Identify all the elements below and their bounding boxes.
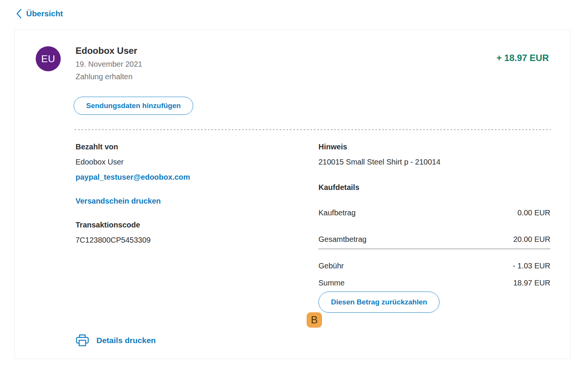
transaction-date: 19. November 2021	[76, 60, 142, 69]
amount-row-summe: Summe 18.97 EUR	[318, 278, 550, 288]
counterparty-name: Edoobox User	[76, 45, 142, 56]
row-value: - 1.03 EUR	[513, 261, 550, 271]
amount-row-kaufbetrag: Kaufbetrag 0.00 EUR	[318, 208, 550, 218]
annotation-badge-b: B	[307, 312, 322, 328]
transaction-code-title: Transaktionscode	[76, 220, 288, 230]
back-link-label: Übersicht	[26, 9, 63, 18]
row-value: 18.97 EUR	[513, 278, 550, 288]
amount-row-gebuehr: Gebühr - 1.03 EUR	[318, 261, 550, 271]
printer-icon	[75, 333, 90, 348]
print-shipping-label-link[interactable]: Versandschein drucken	[76, 196, 161, 206]
paid-by-section: Bezahlt von Edoobox User paypal_testuser…	[76, 142, 288, 245]
row-label: Gesamtbetrag	[318, 235, 367, 244]
dashed-divider	[75, 129, 551, 130]
transaction-code-value: 7C123800CP5453309	[76, 235, 288, 245]
purchase-details-title: Kaufdetails	[318, 183, 550, 192]
refund-button[interactable]: Diesen Betrag zurückzahlen	[318, 292, 440, 313]
transaction-header: Edoobox User 19. November 2021 Zahlung e…	[76, 45, 142, 82]
note-text: 210015 Small Steel Shirt p - 210014	[318, 157, 550, 167]
row-value: 0.00 EUR	[517, 208, 550, 218]
back-link-uebersicht[interactable]: Übersicht	[15, 8, 63, 19]
add-tracking-button[interactable]: Sendungsdaten hinzufügen	[74, 97, 193, 115]
transaction-detail-card: EU Edoobox User 19. November 2021 Zahlun…	[14, 30, 570, 359]
row-label: Gebühr	[318, 261, 344, 271]
transaction-status: Zahlung erhalten	[76, 72, 142, 82]
avatar: EU	[36, 46, 61, 71]
paid-by-title: Bezahlt von	[76, 142, 288, 152]
amount-row-gesamtbetrag: Gesamtbetrag 20.00 EUR	[318, 235, 550, 244]
row-label: Kaufbetrag	[318, 208, 356, 218]
chevron-left-icon	[15, 8, 22, 19]
purchase-section: Hinweis 210015 Small Steel Shirt p - 210…	[318, 142, 550, 288]
note-title: Hinweis	[318, 142, 550, 152]
subtotal-divider	[318, 249, 550, 249]
print-details-label: Details drucken	[96, 336, 156, 345]
payer-email-link[interactable]: paypal_testuser@edoobox.com	[76, 172, 190, 182]
row-value: 20.00 EUR	[513, 235, 550, 244]
payer-name: Edoobox User	[76, 157, 288, 167]
transaction-amount: + 18.97 EUR	[496, 53, 549, 63]
print-details-link[interactable]: Details drucken	[75, 333, 156, 348]
row-label: Summe	[318, 278, 345, 288]
